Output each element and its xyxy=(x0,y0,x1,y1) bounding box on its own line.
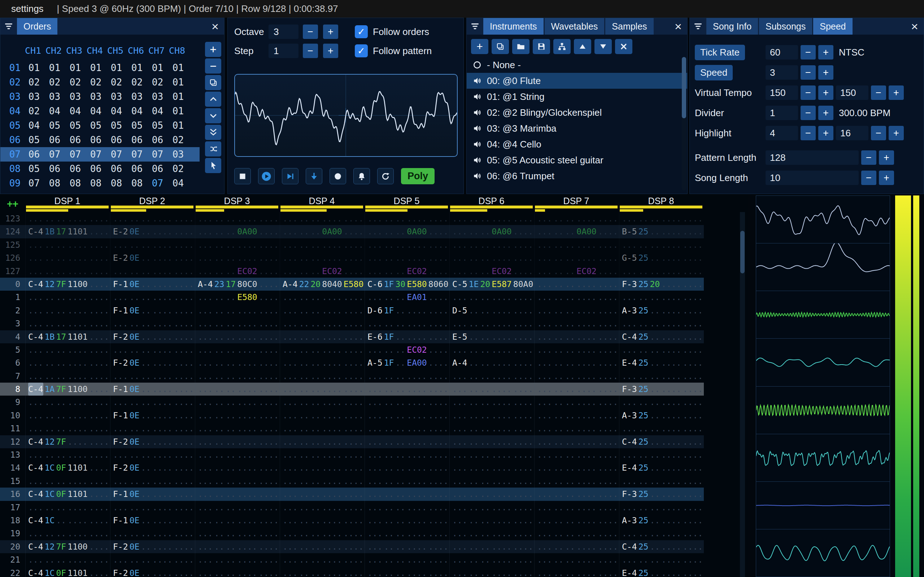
pattern-cell[interactable]: ............... xyxy=(110,212,195,225)
up-instrument-button[interactable] xyxy=(574,39,591,54)
pattern-scrollbar[interactable] xyxy=(740,212,745,577)
pattern-cell[interactable]: D-5............ xyxy=(449,304,534,317)
order-cell[interactable]: 06 xyxy=(147,134,168,145)
pattern-cell[interactable]: ............... xyxy=(280,501,365,514)
pattern-scrollbar-thumb[interactable] xyxy=(740,231,745,273)
pattern-cell[interactable]: ............... xyxy=(365,501,449,514)
pattern-cell[interactable]: ............... xyxy=(619,239,704,251)
record-button[interactable] xyxy=(330,168,346,184)
pattern-cell[interactable]: ............... xyxy=(449,291,534,304)
order-cell[interactable]: 06 xyxy=(65,163,86,174)
duplicate-instrument-button[interactable] xyxy=(492,39,509,54)
order-cell[interactable]: 02 xyxy=(24,77,44,88)
pattern-cell[interactable]: E-425.......... xyxy=(619,461,704,474)
orders-tab-orders[interactable]: Orders xyxy=(17,18,57,35)
pattern-cell[interactable]: ............... xyxy=(449,239,534,251)
pattern-cell[interactable]: F-20E.......... xyxy=(110,567,195,577)
pattern-cell[interactable]: F-32520........ xyxy=(619,278,704,291)
order-cell[interactable]: 07 xyxy=(127,149,147,160)
order-cell[interactable]: 07 xyxy=(24,178,44,189)
order-cell[interactable]: 07 xyxy=(147,178,168,189)
pattern-cell[interactable]: C-41C0F1101.... xyxy=(25,488,110,501)
pattern-cell[interactable]: ............... xyxy=(534,540,619,553)
instrument-item-1[interactable]: 00: @0 Flute xyxy=(467,73,687,89)
pattern-cell[interactable]: ............... xyxy=(110,239,195,251)
pattern-cell[interactable]: ............... xyxy=(195,501,280,514)
pattern-cell[interactable]: ............... xyxy=(534,448,619,461)
instrument-item-5[interactable]: 04: @4 Cello xyxy=(467,136,687,152)
pattern-cell[interactable]: ............... xyxy=(365,448,449,461)
pattern-cell[interactable]: ............... xyxy=(25,239,110,251)
pattern-cell[interactable]: .......EA01.... xyxy=(365,291,449,304)
pattern-cell[interactable]: ............... xyxy=(365,409,449,422)
pattern-cell[interactable]: ............... xyxy=(280,239,365,251)
order-cell[interactable]: 06 xyxy=(106,134,127,145)
order-cell[interactable]: 05 xyxy=(24,134,44,145)
highlight-decrease-button[interactable]: − xyxy=(801,126,816,140)
song-length-increase-button[interactable]: + xyxy=(879,171,894,185)
pattern-cell[interactable]: ............... xyxy=(280,396,365,409)
octave-increase-button[interactable]: + xyxy=(323,24,338,39)
virtual-tempo-value[interactable]: 150 xyxy=(766,85,798,100)
pattern-cell[interactable]: ............... xyxy=(365,461,449,474)
pattern-cell[interactable]: .......0A00.... xyxy=(449,225,534,238)
pattern-cell[interactable]: ............... xyxy=(365,514,449,527)
pattern-cell[interactable]: E-20E.......... xyxy=(110,251,195,264)
pattern-cell[interactable]: ............... xyxy=(365,422,449,435)
order-cell[interactable]: 04 xyxy=(127,106,147,116)
pattern-cell[interactable]: ............... xyxy=(619,448,704,461)
add-order-button[interactable]: + xyxy=(205,42,221,57)
pattern-cell[interactable]: ............... xyxy=(25,304,110,317)
pattern-cell[interactable]: ............... xyxy=(534,343,619,356)
pattern-cell[interactable]: ............... xyxy=(619,212,704,225)
pattern-cell[interactable]: C-51E20E58780A0 xyxy=(449,278,534,291)
virtual-tempo-increase-button[interactable]: + xyxy=(888,85,904,100)
pattern-cell[interactable]: C-425.......... xyxy=(619,540,704,553)
virtual-tempo-decrease-button[interactable]: − xyxy=(871,85,886,100)
pattern-cell[interactable]: .......EC02.... xyxy=(365,343,449,356)
order-cell[interactable]: 06 xyxy=(65,134,86,145)
pattern-cell[interactable]: ............... xyxy=(449,422,534,435)
order-cell[interactable]: 03 xyxy=(106,91,127,102)
pattern-cell[interactable]: ............... xyxy=(619,370,704,383)
pattern-cell[interactable]: C-4127F1100.... xyxy=(25,278,110,291)
pattern-cell[interactable]: ............... xyxy=(195,461,280,474)
pattern-cell[interactable]: ............... xyxy=(534,330,619,343)
order-cell[interactable]: 02 xyxy=(147,77,168,88)
move-to-bottom-order-button[interactable] xyxy=(205,125,221,140)
pattern-cell[interactable]: F-20E.......... xyxy=(110,461,195,474)
follow-pattern-checkbox[interactable]: ✓ xyxy=(355,44,368,57)
pattern-cell[interactable]: ............... xyxy=(195,370,280,383)
pattern-cell[interactable]: ............... xyxy=(280,475,365,488)
pattern-cell[interactable]: E-20E.......... xyxy=(110,225,195,238)
speed-decrease-button[interactable]: − xyxy=(801,65,816,80)
pattern-cell[interactable]: F-325.......... xyxy=(619,488,704,501)
pattern-cell[interactable]: ............... xyxy=(619,265,704,278)
order-cell[interactable]: 04 xyxy=(147,106,168,116)
song-close-icon[interactable]: × xyxy=(906,18,924,35)
instruments-tab-samples[interactable]: Samples xyxy=(605,18,653,35)
order-cell[interactable]: 01 xyxy=(44,62,65,73)
pattern-cell[interactable]: ............... xyxy=(365,553,449,566)
pattern-cell[interactable]: C-4127F........ xyxy=(25,435,110,448)
pattern-cell[interactable]: A-325.......... xyxy=(619,409,704,422)
pattern-cell[interactable]: ............... xyxy=(195,330,280,343)
pattern-cell[interactable]: E-425.......... xyxy=(619,567,704,577)
pattern-cell[interactable]: ............... xyxy=(25,409,110,422)
pattern-cell[interactable]: ............... xyxy=(195,422,280,435)
pattern-cell[interactable]: ............... xyxy=(280,409,365,422)
pattern-cell[interactable]: F-10E.......... xyxy=(110,383,195,396)
pattern-cell[interactable]: ............... xyxy=(619,291,704,304)
pattern-cell[interactable]: ............... xyxy=(280,435,365,448)
pattern-cell[interactable]: ............... xyxy=(534,501,619,514)
speed-increase-button[interactable]: + xyxy=(818,65,834,80)
pattern-cell[interactable]: ............... xyxy=(365,370,449,383)
order-cell[interactable]: 06 xyxy=(44,134,65,145)
pattern-cell[interactable]: ............... xyxy=(195,356,280,369)
pattern-cell[interactable]: A-325.......... xyxy=(619,514,704,527)
pattern-cell[interactable]: F-20E.......... xyxy=(110,435,195,448)
order-cell[interactable]: 05 xyxy=(24,163,44,174)
pattern-cell[interactable]: A-422208040E580 xyxy=(280,278,365,291)
pattern-cell[interactable]: ............... xyxy=(534,251,619,264)
pattern-cell[interactable]: C-4127F1100.... xyxy=(25,540,110,553)
